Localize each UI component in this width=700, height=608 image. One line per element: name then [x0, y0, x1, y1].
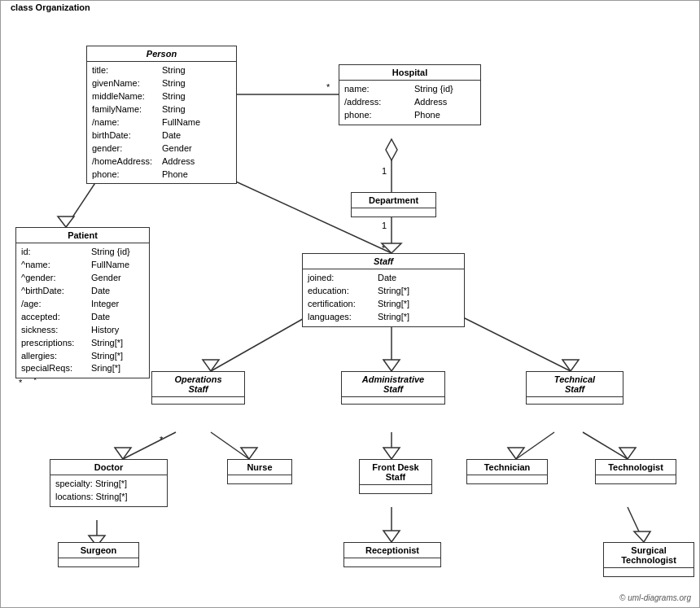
svg-line-29 [583, 432, 628, 459]
technologist-body [596, 475, 676, 483]
svg-text:1: 1 [382, 221, 387, 230]
technologist-class: Technologist [595, 459, 676, 484]
svg-text:*: * [160, 435, 164, 444]
person-class: Person title:String givenName:String mid… [86, 46, 237, 184]
hospital-body: name:String {id} /address:Address phone:… [339, 81, 480, 125]
nurse-body [228, 475, 291, 483]
technician-body [467, 475, 547, 483]
svg-line-19 [448, 310, 571, 371]
patient-header: Patient [16, 228, 149, 243]
svg-line-35 [628, 507, 644, 542]
technologist-header: Technologist [596, 460, 676, 475]
technician-class: Technician [466, 459, 548, 484]
doctor-body: specialty: String[*] locations: String[*… [50, 475, 167, 506]
patient-class: Patient id:String {id} ^name:FullName ^g… [15, 227, 150, 378]
department-header: Department [352, 193, 435, 208]
svg-marker-26 [383, 448, 400, 459]
receptionist-header: Receptionist [344, 543, 440, 558]
operations-staff-class: OperationsStaff [151, 371, 245, 405]
front-desk-staff-class: Front DeskStaff [359, 459, 432, 494]
hospital-class: Hospital name:String {id} /address:Addre… [339, 64, 481, 125]
svg-marker-24 [241, 448, 257, 459]
staff-header: Staff [303, 254, 464, 269]
technical-staff-class: TechnicalStaff [526, 371, 623, 405]
front-desk-staff-body [360, 485, 431, 493]
svg-line-23 [211, 432, 249, 459]
svg-marker-22 [115, 448, 131, 459]
patient-body: id:String {id} ^name:FullName ^gender:Ge… [16, 243, 149, 378]
svg-line-27 [516, 432, 554, 459]
technical-staff-header: TechnicalStaff [527, 372, 623, 397]
operations-staff-body [152, 397, 244, 404]
svg-line-21 [123, 432, 176, 459]
technician-header: Technician [467, 460, 547, 475]
surgeon-class: Surgeon [58, 542, 139, 567]
svg-marker-36 [634, 531, 650, 542]
svg-marker-18 [383, 360, 400, 371]
administrative-staff-body [342, 397, 444, 404]
surgeon-body [59, 558, 138, 566]
hospital-header: Hospital [339, 65, 480, 81]
svg-marker-20 [562, 360, 579, 371]
front-desk-staff-header: Front DeskStaff [360, 460, 431, 485]
staff-class: Staff joined:Date education:String[*] ce… [302, 253, 465, 327]
surgical-technologist-body [604, 568, 693, 576]
svg-text:*: * [326, 82, 330, 92]
svg-marker-11 [58, 217, 74, 227]
technical-staff-body [527, 397, 623, 404]
surgical-technologist-header: SurgicalTechnologist [604, 543, 693, 568]
svg-marker-28 [508, 448, 524, 459]
person-body: title:String givenName:String middleName… [87, 62, 236, 183]
receptionist-body [344, 558, 440, 566]
svg-marker-34 [383, 531, 400, 542]
svg-text:1: 1 [382, 166, 387, 176]
diagram-title: class Organization [7, 2, 94, 12]
surgical-technologist-class: SurgicalTechnologist [603, 542, 694, 577]
svg-marker-13 [382, 243, 401, 253]
surgeon-header: Surgeon [59, 543, 138, 558]
svg-text:*: * [19, 378, 23, 387]
nurse-header: Nurse [228, 460, 291, 475]
svg-marker-4 [386, 139, 397, 160]
svg-text:*: * [382, 243, 386, 253]
diagram-container: class Organization * * 1 * 1 * * [0, 0, 700, 608]
administrative-staff-class: AdministrativeStaff [341, 371, 445, 405]
copyright-text: © uml-diagrams.org [619, 593, 691, 602]
svg-marker-16 [203, 360, 219, 371]
svg-marker-30 [619, 448, 636, 459]
nurse-class: Nurse [227, 459, 292, 484]
department-class: Department [351, 192, 436, 217]
receptionist-class: Receptionist [343, 542, 441, 567]
doctor-class: Doctor specialty: String[*] locations: S… [50, 459, 168, 507]
person-header: Person [87, 46, 236, 62]
operations-staff-header: OperationsStaff [152, 372, 244, 397]
administrative-staff-header: AdministrativeStaff [342, 372, 444, 397]
staff-body: joined:Date education:String[*] certific… [303, 269, 464, 326]
doctor-header: Doctor [50, 460, 167, 475]
department-body [352, 208, 435, 217]
